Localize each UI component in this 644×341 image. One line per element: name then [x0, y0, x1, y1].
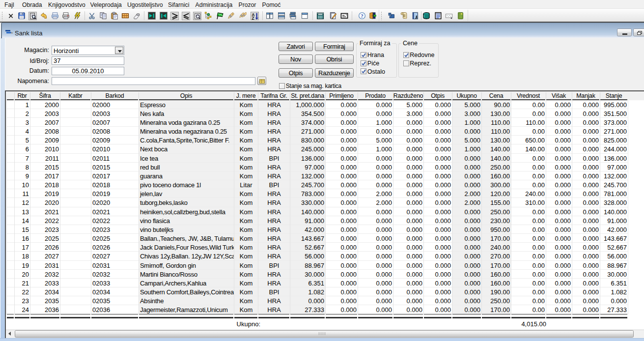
- svg-text:Z: Z: [252, 16, 254, 20]
- svg-text:?: ?: [361, 13, 364, 19]
